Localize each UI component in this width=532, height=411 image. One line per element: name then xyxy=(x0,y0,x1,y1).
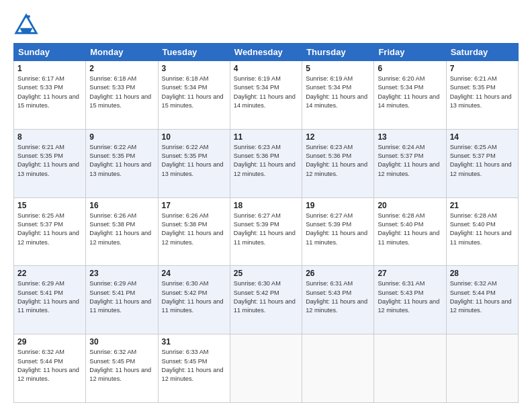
day-number: 26 xyxy=(306,269,370,278)
day-number: 4 xyxy=(234,64,298,73)
day-number: 17 xyxy=(162,201,226,210)
day-info: Sunrise: 6:27 AMSunset: 5:39 PMDaylight:… xyxy=(234,212,298,247)
day-info: Sunrise: 6:27 AMSunset: 5:39 PMDaylight:… xyxy=(306,212,370,247)
day-number: 2 xyxy=(89,64,154,73)
day-info: Sunrise: 6:19 AMSunset: 5:34 PMDaylight:… xyxy=(306,75,370,110)
day-info: Sunrise: 6:22 AMSunset: 5:35 PMDaylight:… xyxy=(89,143,154,179)
calendar-week-3: 15Sunrise: 6:25 AMSunset: 5:37 PMDayligh… xyxy=(14,197,519,266)
day-info: Sunrise: 6:18 AMSunset: 5:33 PMDaylight:… xyxy=(89,75,154,110)
calendar-day: 4Sunrise: 6:19 AMSunset: 5:34 PMDaylight… xyxy=(230,61,302,130)
calendar-week-2: 8Sunrise: 6:21 AMSunset: 5:35 PMDaylight… xyxy=(14,129,519,197)
calendar-header-row: SundayMondayTuesdayWednesdayThursdayFrid… xyxy=(14,44,519,61)
calendar-day: 8Sunrise: 6:21 AMSunset: 5:35 PMDaylight… xyxy=(14,129,86,197)
calendar-day: 19Sunrise: 6:27 AMSunset: 5:39 PMDayligh… xyxy=(302,197,374,266)
calendar-day: 3Sunrise: 6:18 AMSunset: 5:34 PMDaylight… xyxy=(158,61,230,130)
day-number: 29 xyxy=(17,337,82,347)
calendar-day: 13Sunrise: 6:24 AMSunset: 5:37 PMDayligh… xyxy=(374,129,446,197)
calendar-table: SundayMondayTuesdayWednesdayThursdayFrid… xyxy=(13,43,519,403)
calendar-day: 29Sunrise: 6:32 AMSunset: 5:44 PMDayligh… xyxy=(14,334,86,403)
day-info: Sunrise: 6:22 AMSunset: 5:35 PMDaylight:… xyxy=(162,143,226,179)
day-number: 11 xyxy=(234,132,298,142)
day-number: 10 xyxy=(162,132,226,142)
calendar-day: 6Sunrise: 6:20 AMSunset: 5:34 PMDaylight… xyxy=(374,61,446,130)
calendar-day: 30Sunrise: 6:32 AMSunset: 5:45 PMDayligh… xyxy=(86,334,158,403)
calendar-day: 1Sunrise: 6:17 AMSunset: 5:33 PMDaylight… xyxy=(14,61,86,130)
day-number: 23 xyxy=(89,269,154,278)
day-number: 5 xyxy=(306,64,370,73)
day-info: Sunrise: 6:33 AMSunset: 5:45 PMDaylight:… xyxy=(162,348,226,383)
calendar-day: 31Sunrise: 6:33 AMSunset: 5:45 PMDayligh… xyxy=(158,334,230,403)
day-info: Sunrise: 6:26 AMSunset: 5:38 PMDaylight:… xyxy=(162,212,226,247)
day-info: Sunrise: 6:28 AMSunset: 5:40 PMDaylight:… xyxy=(450,212,515,247)
logo-icon xyxy=(13,11,39,36)
day-number: 22 xyxy=(17,269,82,278)
calendar-day: 17Sunrise: 6:26 AMSunset: 5:38 PMDayligh… xyxy=(158,197,230,266)
day-info: Sunrise: 6:31 AMSunset: 5:43 PMDaylight:… xyxy=(306,279,370,315)
calendar-week-1: 1Sunrise: 6:17 AMSunset: 5:33 PMDaylight… xyxy=(14,61,519,130)
day-number: 3 xyxy=(162,64,226,73)
calendar-day: 14Sunrise: 6:25 AMSunset: 5:37 PMDayligh… xyxy=(446,129,518,197)
day-info: Sunrise: 6:28 AMSunset: 5:40 PMDaylight:… xyxy=(378,212,442,247)
day-info: Sunrise: 6:32 AMSunset: 5:44 PMDaylight:… xyxy=(450,279,515,315)
day-number: 18 xyxy=(234,201,298,210)
calendar-day: 22Sunrise: 6:29 AMSunset: 5:41 PMDayligh… xyxy=(14,266,86,334)
weekday-header-tuesday: Tuesday xyxy=(158,44,230,61)
day-info: Sunrise: 6:19 AMSunset: 5:34 PMDaylight:… xyxy=(234,75,298,110)
day-number: 31 xyxy=(162,337,226,347)
calendar-day: 15Sunrise: 6:25 AMSunset: 5:37 PMDayligh… xyxy=(14,197,86,266)
calendar-day: 28Sunrise: 6:32 AMSunset: 5:44 PMDayligh… xyxy=(446,266,518,334)
calendar-day: 11Sunrise: 6:23 AMSunset: 5:36 PMDayligh… xyxy=(230,129,302,197)
day-number: 7 xyxy=(450,64,515,73)
day-number: 15 xyxy=(17,201,82,210)
calendar-day: 23Sunrise: 6:29 AMSunset: 5:41 PMDayligh… xyxy=(86,266,158,334)
day-number: 12 xyxy=(306,132,370,142)
day-info: Sunrise: 6:23 AMSunset: 5:36 PMDaylight:… xyxy=(234,143,298,179)
day-info: Sunrise: 6:21 AMSunset: 5:35 PMDaylight:… xyxy=(17,143,82,179)
day-number: 27 xyxy=(378,269,442,278)
page: SundayMondayTuesdayWednesdayThursdayFrid… xyxy=(0,0,532,411)
calendar-day xyxy=(302,334,374,403)
day-info: Sunrise: 6:18 AMSunset: 5:34 PMDaylight:… xyxy=(162,75,226,110)
day-number: 14 xyxy=(450,132,515,142)
calendar-day: 2Sunrise: 6:18 AMSunset: 5:33 PMDaylight… xyxy=(86,61,158,130)
day-number: 13 xyxy=(378,132,442,142)
calendar-week-5: 29Sunrise: 6:32 AMSunset: 5:44 PMDayligh… xyxy=(14,334,519,403)
weekday-header-sunday: Sunday xyxy=(14,44,86,61)
calendar-week-4: 22Sunrise: 6:29 AMSunset: 5:41 PMDayligh… xyxy=(14,266,519,334)
calendar-day xyxy=(230,334,302,403)
day-number: 19 xyxy=(306,201,370,210)
day-info: Sunrise: 6:32 AMSunset: 5:45 PMDaylight:… xyxy=(89,348,154,383)
logo xyxy=(13,11,42,36)
calendar-day: 27Sunrise: 6:31 AMSunset: 5:43 PMDayligh… xyxy=(374,266,446,334)
day-info: Sunrise: 6:17 AMSunset: 5:33 PMDaylight:… xyxy=(17,75,82,110)
day-number: 25 xyxy=(234,269,298,278)
weekday-header-saturday: Saturday xyxy=(446,44,518,61)
day-info: Sunrise: 6:30 AMSunset: 5:42 PMDaylight:… xyxy=(234,279,298,315)
day-info: Sunrise: 6:29 AMSunset: 5:41 PMDaylight:… xyxy=(17,279,82,315)
day-info: Sunrise: 6:29 AMSunset: 5:41 PMDaylight:… xyxy=(89,279,154,315)
weekday-header-friday: Friday xyxy=(374,44,446,61)
day-info: Sunrise: 6:24 AMSunset: 5:37 PMDaylight:… xyxy=(378,143,442,179)
day-number: 16 xyxy=(89,201,154,210)
day-info: Sunrise: 6:31 AMSunset: 5:43 PMDaylight:… xyxy=(378,279,442,315)
calendar-day xyxy=(446,334,518,403)
calendar-day: 18Sunrise: 6:27 AMSunset: 5:39 PMDayligh… xyxy=(230,197,302,266)
weekday-header-wednesday: Wednesday xyxy=(230,44,302,61)
day-number: 6 xyxy=(378,64,442,73)
calendar-day: 7Sunrise: 6:21 AMSunset: 5:35 PMDaylight… xyxy=(446,61,518,130)
calendar-day: 10Sunrise: 6:22 AMSunset: 5:35 PMDayligh… xyxy=(158,129,230,197)
calendar-day: 26Sunrise: 6:31 AMSunset: 5:43 PMDayligh… xyxy=(302,266,374,334)
calendar-day: 16Sunrise: 6:26 AMSunset: 5:38 PMDayligh… xyxy=(86,197,158,266)
weekday-header-monday: Monday xyxy=(86,44,158,61)
calendar-day xyxy=(374,334,446,403)
day-info: Sunrise: 6:20 AMSunset: 5:34 PMDaylight:… xyxy=(378,75,442,110)
calendar-day: 24Sunrise: 6:30 AMSunset: 5:42 PMDayligh… xyxy=(158,266,230,334)
day-number: 21 xyxy=(450,201,515,210)
day-number: 9 xyxy=(89,132,154,142)
day-info: Sunrise: 6:23 AMSunset: 5:36 PMDaylight:… xyxy=(306,143,370,179)
day-number: 1 xyxy=(17,64,82,73)
calendar-day: 12Sunrise: 6:23 AMSunset: 5:36 PMDayligh… xyxy=(302,129,374,197)
day-info: Sunrise: 6:21 AMSunset: 5:35 PMDaylight:… xyxy=(450,75,515,110)
day-number: 20 xyxy=(378,201,442,210)
day-number: 24 xyxy=(162,269,226,278)
